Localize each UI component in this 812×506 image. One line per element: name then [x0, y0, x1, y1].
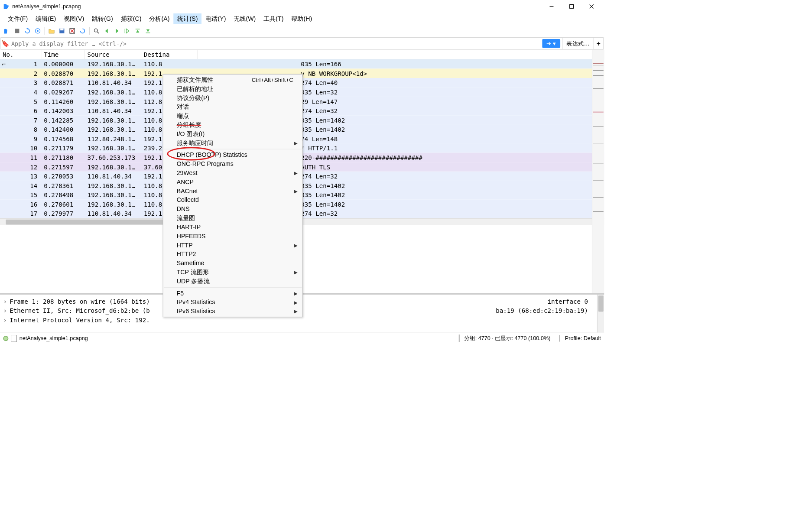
- menu-option[interactable]: HTTP2: [163, 250, 302, 259]
- menu-option[interactable]: ONC-RPC Programs: [163, 159, 302, 169]
- cell-source: 192.168.30.1…: [85, 117, 141, 123]
- menu-item[interactable]: 捕获(C): [117, 13, 146, 24]
- submenu-arrow-icon: ▶: [294, 171, 298, 176]
- menu-item[interactable]: 文件(F): [4, 13, 32, 24]
- menu-option[interactable]: TCP 流图形▶: [163, 268, 302, 277]
- jump-icon[interactable]: [123, 26, 132, 36]
- next-icon[interactable]: [112, 26, 122, 36]
- menu-item[interactable]: 电话(Y): [201, 13, 230, 24]
- menu-option[interactable]: BACnet▶: [163, 187, 302, 196]
- open-icon[interactable]: [47, 26, 56, 36]
- menu-option[interactable]: Collectd: [163, 196, 302, 205]
- menu-option[interactable]: 协议分级(P): [163, 94, 302, 103]
- options-icon[interactable]: [33, 26, 42, 36]
- bookmark-icon[interactable]: 🔖: [1, 40, 10, 48]
- expand-icon[interactable]: ›: [3, 316, 10, 323]
- close-button[interactable]: [582, 1, 601, 12]
- restart-icon[interactable]: [23, 26, 32, 36]
- menu-option[interactable]: 端点: [163, 111, 302, 120]
- menu-option-label: HART-IP: [177, 224, 201, 230]
- menu-item[interactable]: 跳转(G): [88, 13, 117, 24]
- cell-source: 192.168.30.1…: [85, 61, 141, 68]
- menu-option[interactable]: F5▶: [163, 289, 302, 298]
- shark-fin-icon[interactable]: [2, 26, 11, 36]
- menu-item[interactable]: 帮助(H): [287, 13, 316, 24]
- minimize-button[interactable]: [542, 1, 561, 12]
- menu-option[interactable]: HART-IP: [163, 223, 302, 232]
- table-row[interactable]: ⌐10.000000192.168.30.1…110.8035 Len=166: [0, 59, 604, 69]
- menu-item[interactable]: 编辑(E): [32, 13, 60, 24]
- status-profile[interactable]: Profile: Default: [559, 335, 601, 341]
- status-file: netAnalyse_simple1.pcapng: [19, 335, 88, 341]
- cell-time: 0.278053: [41, 172, 84, 179]
- details-scrollbar[interactable]: [597, 295, 604, 333]
- add-filter-button[interactable]: +: [594, 38, 603, 49]
- cell-no: ⌐1: [0, 61, 41, 68]
- cell-time: 0.000000: [41, 61, 84, 68]
- statistics-menu-dropdown: 捕获文件属性Ctrl+Alt+Shift+C已解析的地址协议分级(P)对话端点分…: [163, 74, 303, 317]
- apply-filter-button[interactable]: ➔ ▾: [542, 39, 560, 48]
- column-info[interactable]: [198, 50, 604, 59]
- go-last-icon[interactable]: [143, 26, 153, 36]
- window-title: netAnalyse_simple1.pcapng: [12, 3, 542, 10]
- menu-option[interactable]: ANCP: [163, 178, 302, 187]
- menu-item[interactable]: 无线(W): [230, 13, 260, 24]
- menu-item[interactable]: 工具(T): [260, 13, 287, 24]
- minimap[interactable]: [592, 50, 604, 293]
- menu-option[interactable]: 服务响应时间▶: [163, 139, 302, 148]
- menu-option[interactable]: 流量图: [163, 214, 302, 223]
- menu-item[interactable]: 统计(S): [173, 13, 201, 24]
- menu-bar: 文件(F)编辑(E)视图(V)跳转(G)捕获(C)分析(A)统计(S)电话(Y)…: [0, 13, 604, 25]
- expert-info-icon[interactable]: [3, 336, 8, 341]
- display-filter-input[interactable]: [10, 38, 542, 49]
- cell-source: 110.81.40.34: [85, 210, 141, 217]
- expand-icon[interactable]: ›: [3, 298, 10, 305]
- menu-option[interactable]: 对话: [163, 103, 302, 112]
- prev-icon[interactable]: [102, 26, 111, 36]
- cell-no: 16: [0, 201, 41, 208]
- expression-button[interactable]: 表达式…: [562, 38, 594, 49]
- column-time[interactable]: Time: [41, 50, 84, 59]
- menu-option[interactable]: 分组长度: [163, 120, 302, 130]
- close-file-icon[interactable]: [67, 26, 77, 36]
- cell-source: 37.60.253.173: [85, 154, 141, 161]
- reload-icon[interactable]: [78, 26, 87, 36]
- column-destination[interactable]: Destina: [141, 50, 198, 59]
- menu-option[interactable]: DHCP (BOOTP) Statistics: [163, 150, 302, 159]
- menu-option[interactable]: HTTP▶: [163, 241, 302, 250]
- save-icon[interactable]: [57, 26, 67, 36]
- go-first-icon[interactable]: [133, 26, 143, 36]
- menu-option-label: 服务响应时间: [177, 139, 214, 147]
- packet-list: No. Time Source Destina ⌐10.000000192.16…: [0, 50, 604, 293]
- notes-icon[interactable]: [11, 335, 16, 342]
- menu-option-label: 29West: [177, 169, 198, 176]
- expand-icon[interactable]: ›: [3, 307, 10, 314]
- stop-icon[interactable]: [12, 26, 22, 36]
- menu-item[interactable]: 视图(V): [60, 13, 88, 24]
- menu-option[interactable]: I/O 图表(I): [163, 130, 302, 139]
- menu-option-label: HPFEEDS: [177, 233, 206, 240]
- menu-option[interactable]: 捕获文件属性Ctrl+Alt+Shift+C: [163, 75, 302, 84]
- menu-option[interactable]: 已解析的地址: [163, 84, 302, 94]
- submenu-arrow-icon: ▶: [294, 270, 298, 275]
- svg-rect-4: [15, 29, 19, 33]
- cell-no: 12: [0, 163, 41, 170]
- menu-option[interactable]: UDP 多播流: [163, 277, 302, 286]
- menu-option[interactable]: DNS: [163, 204, 302, 214]
- maximize-button[interactable]: [562, 1, 581, 12]
- menu-item[interactable]: 分析(A): [145, 13, 173, 24]
- menu-option[interactable]: 29West▶: [163, 169, 302, 178]
- menu-option[interactable]: HPFEEDS: [163, 232, 302, 241]
- menu-option-label: 分组长度: [177, 121, 201, 129]
- column-no[interactable]: No.: [0, 50, 41, 59]
- menu-option[interactable]: Sametime: [163, 259, 302, 268]
- cell-time: 0.029267: [41, 88, 84, 95]
- menu-option[interactable]: IPv4 Statistics▶: [163, 298, 302, 307]
- find-icon[interactable]: [91, 26, 101, 36]
- column-source[interactable]: Source: [85, 50, 141, 59]
- app-icon: [3, 3, 10, 10]
- cell-source: 110.81.40.34: [85, 172, 141, 179]
- cell-source: 192.168.30.1…: [85, 126, 141, 133]
- cell-no: 13: [0, 172, 41, 179]
- menu-option[interactable]: IPv6 Statistics▶: [163, 307, 302, 316]
